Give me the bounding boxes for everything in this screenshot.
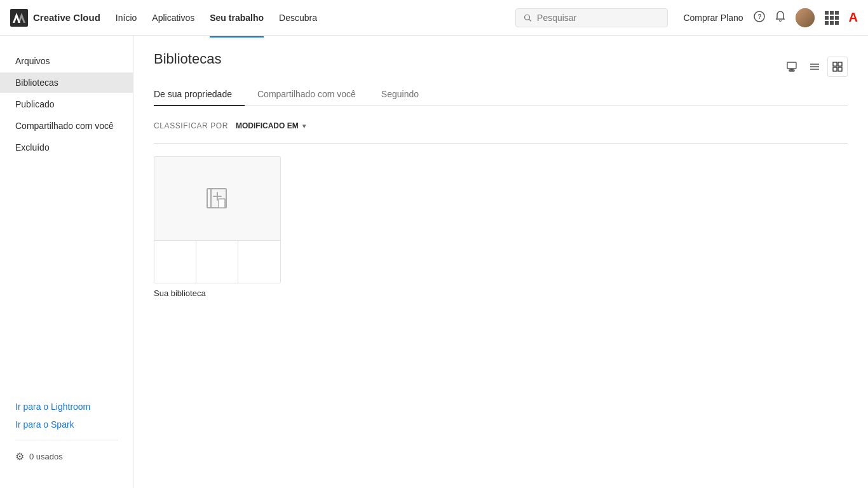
search-input[interactable] xyxy=(537,13,660,23)
adobe-logo-icon[interactable]: A xyxy=(849,10,858,25)
comprar-plano-button[interactable]: Comprar Plano xyxy=(683,13,743,23)
main-content: Bibliotecas xyxy=(133,36,868,488)
svg-point-3 xyxy=(525,15,530,20)
tab-seguindo[interactable]: Seguindo xyxy=(381,83,431,105)
storage-label: 0 usados xyxy=(29,452,63,461)
svg-text:?: ? xyxy=(757,13,761,20)
grid-view-icon[interactable] xyxy=(827,57,848,77)
view-controls xyxy=(782,57,848,77)
sidebar-storage: ⚙ 0 usados xyxy=(15,451,118,463)
svg-rect-0 xyxy=(10,9,28,27)
sidebar-item-bibliotecas[interactable]: Bibliotecas xyxy=(0,72,133,93)
nav-descubra[interactable]: Descubra xyxy=(279,10,317,25)
sort-chevron-icon[interactable]: ▼ xyxy=(301,123,308,130)
apps-grid-icon[interactable] xyxy=(825,11,839,25)
sidebar-nav: Arquivos Bibliotecas Publicado Compartil… xyxy=(0,51,133,158)
thumb-cell-1 xyxy=(154,241,196,283)
search-icon xyxy=(524,13,532,22)
sidebar: Arquivos Bibliotecas Publicado Compartil… xyxy=(0,36,133,488)
svg-rect-16 xyxy=(838,67,842,71)
library-grid: Sua biblioteca xyxy=(154,156,848,298)
sidebar-bottom: Ir para o Lightroom Ir para o Spark ⚙ 0 … xyxy=(0,391,133,473)
svg-rect-15 xyxy=(833,67,837,71)
gear-icon[interactable]: ⚙ xyxy=(15,451,24,463)
svg-rect-13 xyxy=(833,62,837,66)
tab-de-sua-propriedade[interactable]: De sua propriedade xyxy=(154,83,245,105)
logo[interactable]: Creative Cloud xyxy=(10,9,100,27)
tab-compartilhado-com-voce[interactable]: Compartilhado com você xyxy=(257,83,369,105)
content-wrapper: Bibliotecas xyxy=(154,51,848,298)
library-thumb-grid xyxy=(154,241,280,283)
svg-rect-14 xyxy=(838,62,842,66)
sort-value[interactable]: MODIFICADO EM xyxy=(236,121,299,130)
page-title: Bibliotecas xyxy=(154,51,221,67)
library-card-name: Sua biblioteca xyxy=(154,288,281,298)
sort-divider xyxy=(154,143,848,144)
library-thumb-main xyxy=(154,157,280,241)
sidebar-item-publicado[interactable]: Publicado xyxy=(0,94,133,114)
logo-text: Creative Cloud xyxy=(33,12,100,23)
nav-inicio[interactable]: Início xyxy=(116,10,137,25)
nav-seutrabalho[interactable]: Seu trabalho xyxy=(210,10,264,25)
library-icon xyxy=(205,186,230,212)
nav-aplicativos[interactable]: Aplicativos xyxy=(152,10,194,25)
main-nav: Início Aplicativos Seu trabalho Descubra xyxy=(116,10,501,25)
layout: Arquivos Bibliotecas Publicado Compartil… xyxy=(0,36,868,488)
notifications-icon[interactable] xyxy=(775,11,785,25)
tabs: De sua propriedade Compartilhado com voc… xyxy=(154,83,848,106)
library-thumbnail xyxy=(154,156,281,283)
thumb-cell-2 xyxy=(196,241,238,283)
svg-rect-19 xyxy=(219,199,225,208)
thumb-cell-3 xyxy=(238,241,280,283)
sidebar-item-excluido[interactable]: Excluído xyxy=(0,137,133,158)
sort-row: CLASSIFICAR POR MODIFICADO EM ▼ xyxy=(154,121,848,130)
sort-prefix: CLASSIFICAR POR xyxy=(154,121,228,130)
svg-line-4 xyxy=(529,19,531,21)
help-icon[interactable]: ? xyxy=(754,11,765,25)
search-bar[interactable] xyxy=(515,8,668,27)
sidebar-divider xyxy=(15,440,118,440)
lightroom-link[interactable]: Ir para o Lightroom xyxy=(15,402,118,412)
upload-icon[interactable] xyxy=(782,57,802,77)
spark-link[interactable]: Ir para o Spark xyxy=(15,419,118,430)
sidebar-item-arquivos[interactable]: Arquivos xyxy=(0,51,133,71)
library-card[interactable]: Sua biblioteca xyxy=(154,156,281,298)
title-row: Bibliotecas xyxy=(154,51,848,83)
header-actions: Comprar Plano ? A xyxy=(683,8,858,27)
svg-rect-7 xyxy=(787,62,796,69)
list-view-icon[interactable] xyxy=(804,57,825,77)
svg-rect-9 xyxy=(790,69,793,71)
app-header: Creative Cloud Início Aplicativos Seu tr… xyxy=(0,0,868,36)
avatar[interactable] xyxy=(796,8,815,27)
sidebar-item-compartilhado[interactable]: Compartilhado com você xyxy=(0,116,133,136)
